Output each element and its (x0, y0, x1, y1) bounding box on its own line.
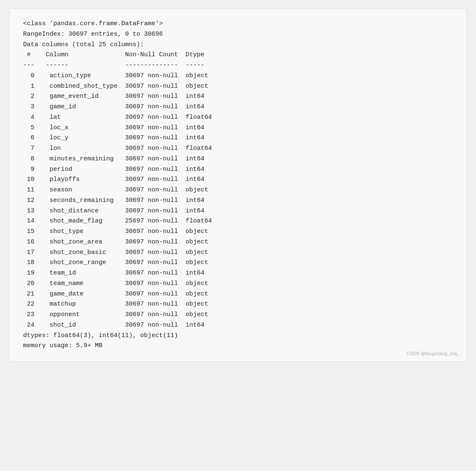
watermark: CSDN @fangcheng_zha_ (406, 350, 460, 357)
footer-line-1: memory usage: 5.9+ MB (23, 341, 453, 351)
header-line-1: <class 'pandas.core.frame.DataFrame'> (23, 19, 453, 29)
table-row: 19 team_id 30697 non-null int64 (23, 268, 453, 279)
table-row: 24 shot_id 30697 non-null int64 (23, 320, 453, 331)
table-row: 6 loc_y 30697 non-null int64 (23, 133, 453, 144)
table-row: 17 shot_zone_basic 30697 non-null object (23, 248, 453, 258)
dataframe-info-block: <class 'pandas.core.frame.DataFrame'> Ra… (9, 8, 467, 362)
table-row: 1 combined_shot_type 30697 non-null obje… (23, 81, 453, 92)
footer-line-0: dtypes: float64(3), int64(11), object(11… (23, 331, 453, 341)
separator-dashes: --- ------ -------------- ----- (23, 60, 453, 71)
table-row: 18 shot_zone_range 30697 non-null object (23, 258, 453, 268)
table-row: 22 matchup 30697 non-null object (23, 299, 453, 310)
table-row: 14 shot_made_flag 25697 non-null float64 (23, 216, 453, 227)
table-row: 16 shot_zone_area 30697 non-null object (23, 237, 453, 248)
header-line-3: Data columns (total 25 columns): (23, 40, 453, 50)
table-row: 4 lat 30697 non-null float64 (23, 113, 453, 123)
table-row: 21 game_date 30697 non-null object (23, 289, 453, 300)
table-row: 0 action_type 30697 non-null object (23, 71, 453, 81)
table-row: 9 period 30697 non-null int64 (23, 165, 453, 175)
table-row: 12 seconds_remaining 30697 non-null int6… (23, 196, 453, 206)
table-row: 13 shot_distance 30697 non-null int64 (23, 206, 453, 217)
table-row: 2 game_event_id 30697 non-null int64 (23, 92, 453, 102)
table-row: 7 lon 30697 non-null float64 (23, 144, 453, 154)
table-row: 3 game_id 30697 non-null int64 (23, 102, 453, 113)
table-row: 5 loc_x 30697 non-null int64 (23, 123, 453, 133)
table-row: 10 playoffs 30697 non-null int64 (23, 175, 453, 185)
table-row: 11 season 30697 non-null object (23, 185, 453, 196)
footer-container: dtypes: float64(3), int64(11), object(11… (23, 331, 453, 352)
data-rows-container: 0 action_type 30697 non-null object 1 co… (23, 71, 453, 331)
column-header: # Column Non-Null Count Dtype (23, 50, 453, 60)
table-row: 20 team_name 30697 non-null object (23, 279, 453, 289)
table-row: 23 opponent 30697 non-null object (23, 310, 453, 320)
table-row: 15 shot_type 30697 non-null object (23, 227, 453, 237)
header-line-2: RangeIndex: 30697 entries, 0 to 30696 (23, 29, 453, 40)
table-row: 8 minutes_remaining 30697 non-null int64 (23, 154, 453, 165)
